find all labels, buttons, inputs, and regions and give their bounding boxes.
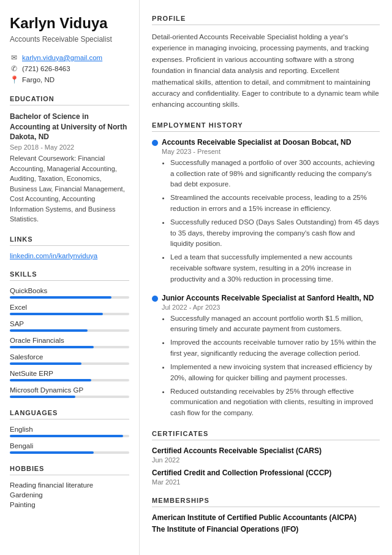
hobby-item: Reading financial literature xyxy=(10,481,129,489)
cert-item: Certified Accounts Receivable Specialist… xyxy=(152,446,380,464)
phone-icon: ✆ xyxy=(10,64,18,73)
cert-date: Mar 2021 xyxy=(152,478,380,486)
skill-name: QuickBooks xyxy=(10,287,129,294)
education-section-title: EDUCATION xyxy=(10,95,129,105)
skill-bar-fill xyxy=(10,313,103,315)
employment-section-title: EMPLOYMENT HISTORY xyxy=(152,121,380,132)
skill-bar-bg xyxy=(10,296,129,299)
hobby-item: Gardening xyxy=(10,491,129,499)
skill-bar-fill xyxy=(10,296,111,299)
cert-date: Jun 2022 xyxy=(152,456,380,464)
language-name: Bengali xyxy=(10,442,129,450)
candidate-title: Accounts Receivable Specialist xyxy=(10,35,129,44)
edu-coursework: Relevant Coursework: Financial Accountin… xyxy=(10,153,129,224)
edu-degree: Bachelor of Science in Accounting at Uni… xyxy=(10,112,129,142)
job-entry: Junior Accounts Receivable Specialist at… xyxy=(152,294,380,419)
phone-text: (721) 626-8463 xyxy=(22,65,70,72)
skill-bar-fill xyxy=(10,379,91,381)
skill-item: Salesforce xyxy=(10,353,129,365)
location-icon: 📍 xyxy=(10,75,18,84)
job-bullets: Successfully managed an account portfoli… xyxy=(162,313,380,419)
contact-location: 📍 Fargo, ND xyxy=(10,75,129,84)
hobbies-section-title: HOBBIES xyxy=(10,465,129,475)
skill-bar-fill xyxy=(10,346,94,348)
membership-item: American Institute of Certified Public A… xyxy=(152,513,380,522)
skill-item: QuickBooks xyxy=(10,287,129,299)
memberships-list: American Institute of Certified Public A… xyxy=(152,513,380,534)
left-column: Karlyn Viduya Accounts Receivable Specia… xyxy=(0,0,140,555)
job-bullet: Improved the accounts receivable turnove… xyxy=(170,337,380,359)
skill-bar-fill xyxy=(10,362,81,365)
languages-section-title: LANGUAGES xyxy=(10,409,129,419)
candidate-name: Karlyn Viduya xyxy=(10,15,129,33)
language-bar-bg xyxy=(10,435,129,437)
links-section-title: LINKS xyxy=(10,235,129,246)
memberships-section-title: MEMBERSHIPS xyxy=(152,497,380,507)
cert-item: Certified Credit and Collection Professi… xyxy=(152,469,380,486)
contact-list: ✉ karlyn.viduya@gmail.com ✆ (721) 626-84… xyxy=(10,53,129,84)
location-text: Fargo, ND xyxy=(22,76,55,83)
hobby-item: Painting xyxy=(10,501,129,508)
skill-name: Salesforce xyxy=(10,353,129,361)
contact-email: ✉ karlyn.viduya@gmail.com xyxy=(10,53,129,62)
membership-item: The Institute of Financial Operations (I… xyxy=(152,525,380,534)
language-name: English xyxy=(10,426,129,433)
right-column: PROFILE Detail-oriented Accounts Receiva… xyxy=(140,0,392,555)
skill-name: Microsoft Dynamics GP xyxy=(10,386,129,394)
job-dot xyxy=(152,296,158,302)
skills-list: QuickBooks Excel SAP Oracle Financials S… xyxy=(10,287,129,398)
job-title-line: Accounts Receivable Specialist at Doosan… xyxy=(152,138,380,147)
language-item: English xyxy=(10,426,129,437)
contact-phone: ✆ (721) 626-8463 xyxy=(10,64,129,73)
language-bar-bg xyxy=(10,451,129,454)
language-bar-fill xyxy=(10,435,123,437)
job-bullet: Streamlined the accounts receivable proc… xyxy=(170,193,380,215)
language-bar-fill xyxy=(10,451,94,454)
skill-item: Microsoft Dynamics GP xyxy=(10,386,129,398)
job-entry: Accounts Receivable Specialist at Doosan… xyxy=(152,138,380,285)
skill-bar-bg xyxy=(10,396,129,398)
language-item: Bengali xyxy=(10,442,129,454)
jobs-list: Accounts Receivable Specialist at Doosan… xyxy=(152,138,380,419)
job-bullets: Successfully managed a portfolio of over… xyxy=(162,158,380,285)
edu-date: Sep 2018 - May 2022 xyxy=(10,144,129,151)
skill-item: Excel xyxy=(10,304,129,315)
certificates-section-title: CERTIFICATES xyxy=(152,430,380,440)
job-title: Accounts Receivable Specialist at Doosan… xyxy=(162,138,351,147)
skill-bar-bg xyxy=(10,313,129,315)
skill-name: Oracle Financials xyxy=(10,337,129,344)
page: Karlyn Viduya Accounts Receivable Specia… xyxy=(0,0,392,555)
job-bullet: Implemented a new invoicing system that … xyxy=(170,362,380,384)
hobbies-list: Reading financial literatureGardeningPai… xyxy=(10,481,129,508)
job-bullet: Successfully managed a portfolio of over… xyxy=(170,158,380,190)
certs-list: Certified Accounts Receivable Specialist… xyxy=(152,446,380,486)
job-bullet: Led a team that successfully implemented… xyxy=(170,252,380,285)
skill-item: Oracle Financials xyxy=(10,337,129,348)
linkedin-link[interactable]: linkedin.com/in/karlynviduya xyxy=(10,252,129,259)
cert-name: Certified Credit and Collection Professi… xyxy=(152,469,380,477)
job-date: Jul 2022 - Apr 2023 xyxy=(162,304,380,311)
skill-bar-bg xyxy=(10,329,129,332)
job-date: May 2023 - Present xyxy=(162,148,380,155)
skills-section-title: SKILLS xyxy=(10,270,129,281)
skill-bar-fill xyxy=(10,329,88,332)
skill-bar-bg xyxy=(10,362,129,365)
languages-list: English Bengali xyxy=(10,426,129,454)
skill-name: Excel xyxy=(10,304,129,311)
job-bullet: Successfully reduced DSO (Days Sales Out… xyxy=(170,217,380,250)
skill-name: SAP xyxy=(10,320,129,327)
email-link[interactable]: karlyn.viduya@gmail.com xyxy=(22,54,102,61)
job-bullet: Reduced outstanding receivables by 25% t… xyxy=(170,386,380,419)
skill-bar-bg xyxy=(10,379,129,381)
skill-name: NetSuite ERP xyxy=(10,370,129,377)
email-icon: ✉ xyxy=(10,53,18,62)
job-title-line: Junior Accounts Receivable Specialist at… xyxy=(152,294,380,302)
job-bullet: Successfully managed an account portfoli… xyxy=(170,313,380,335)
skill-item: NetSuite ERP xyxy=(10,370,129,381)
profile-section-title: PROFILE xyxy=(152,15,380,25)
profile-text: Detail-oriented Accounts Receivable Spec… xyxy=(152,31,380,110)
job-dot xyxy=(152,140,158,146)
job-title: Junior Accounts Receivable Specialist at… xyxy=(162,294,374,302)
skill-bar-fill xyxy=(10,396,75,398)
cert-name: Certified Accounts Receivable Specialist… xyxy=(152,446,380,455)
